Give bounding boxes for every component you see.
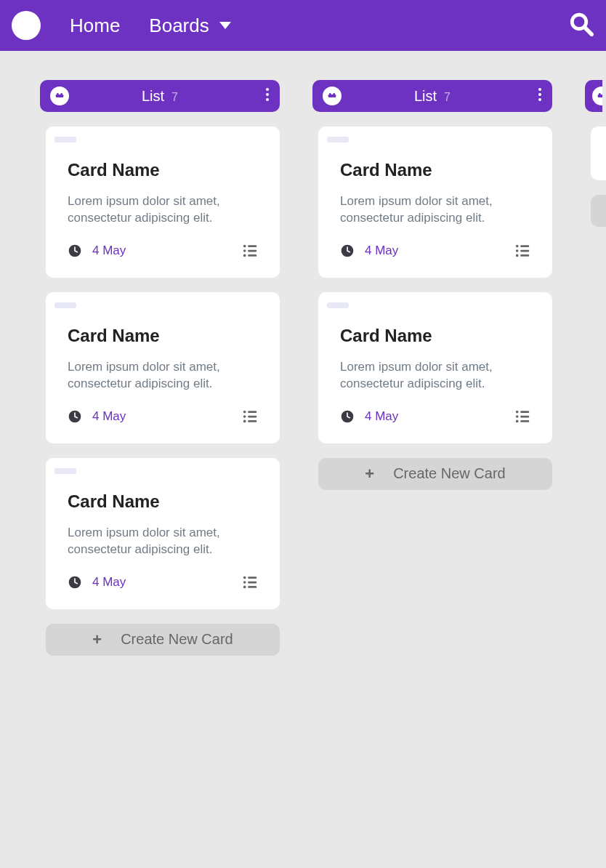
nav: Home Boards — [70, 15, 231, 37]
svg-point-31 — [333, 93, 335, 95]
board: List 7 Card Name Lorem ipsum dolor sit a… — [0, 51, 606, 685]
search-icon — [568, 11, 594, 37]
card-label-chip — [54, 302, 76, 308]
svg-rect-2 — [56, 95, 64, 97]
card-title: Card Name — [68, 491, 258, 512]
card-desc: Lorem ipsum dolor sit amet, consectetur … — [340, 359, 530, 393]
svg-point-5 — [266, 88, 269, 91]
card[interactable]: Card Name Lorem ipsum dolor sit amet, co… — [318, 126, 552, 278]
card-title: Card Name — [340, 160, 530, 180]
search-button[interactable] — [568, 11, 594, 40]
list-header[interactable]: List 7 — [40, 80, 280, 112]
svg-point-47 — [516, 419, 519, 422]
svg-rect-41 — [520, 254, 529, 257]
svg-point-23 — [243, 576, 246, 579]
svg-rect-39 — [520, 250, 529, 252]
svg-rect-14 — [248, 254, 256, 257]
svg-rect-37 — [520, 245, 529, 247]
svg-rect-26 — [248, 581, 256, 583]
create-card-label: Create New Card — [393, 465, 506, 482]
svg-point-36 — [516, 245, 519, 248]
create-card-button[interactable]: + Create New Card — [46, 624, 280, 656]
card[interactable] — [591, 126, 606, 180]
clock-icon — [340, 409, 355, 424]
svg-point-25 — [243, 581, 246, 584]
card-footer: 4 May — [340, 243, 530, 259]
svg-point-34 — [538, 98, 541, 101]
svg-rect-49 — [598, 95, 602, 97]
card-footer: 4 May — [68, 574, 258, 590]
card-date: 4 May — [92, 575, 126, 590]
checklist-icon[interactable] — [514, 243, 530, 259]
svg-point-16 — [243, 411, 246, 414]
list — [585, 80, 602, 227]
checklist-icon[interactable] — [514, 409, 530, 425]
svg-line-1 — [585, 28, 591, 34]
svg-point-20 — [243, 419, 246, 422]
svg-point-33 — [538, 93, 541, 96]
card[interactable]: Card Name Lorem ipsum dolor sit amet, co… — [46, 126, 280, 278]
clock-icon — [68, 244, 82, 258]
svg-point-6 — [266, 93, 269, 96]
svg-point-7 — [266, 98, 269, 101]
card-date: 4 May — [365, 409, 398, 424]
card-date: 4 May — [92, 244, 126, 258]
plus-icon: + — [365, 466, 374, 482]
card-label-chip — [327, 302, 349, 308]
card-desc: Lorem ipsum dolor sit amet, consectetur … — [68, 525, 258, 558]
svg-rect-29 — [328, 95, 336, 97]
card-label-chip — [54, 137, 76, 142]
checklist-icon[interactable] — [242, 243, 258, 259]
svg-point-38 — [516, 249, 519, 252]
more-vertical-icon — [538, 87, 542, 102]
card[interactable]: Card Name Lorem ipsum dolor sit amet, co… — [318, 292, 552, 443]
nav-home-label: Home — [70, 15, 120, 37]
list-header[interactable] — [585, 80, 602, 112]
list-menu-button[interactable] — [538, 87, 542, 105]
svg-point-50 — [599, 93, 601, 95]
card[interactable]: Card Name Lorem ipsum dolor sit amet, co… — [46, 292, 280, 443]
checklist-icon[interactable] — [242, 574, 258, 590]
card-footer: 4 May — [68, 409, 258, 425]
list-count: 7 — [444, 91, 451, 104]
svg-point-4 — [60, 93, 62, 95]
nav-boards[interactable]: Boards — [149, 15, 230, 37]
nav-home[interactable]: Home — [70, 15, 120, 37]
card-desc: Lorem ipsum dolor sit amet, consectetur … — [340, 193, 530, 227]
svg-rect-12 — [248, 250, 256, 252]
svg-rect-44 — [520, 411, 529, 413]
avatar[interactable] — [12, 11, 41, 40]
checklist-icon[interactable] — [242, 409, 258, 425]
card-desc: Lorem ipsum dolor sit amet, consectetur … — [68, 193, 258, 227]
card[interactable]: Card Name Lorem ipsum dolor sit amet, co… — [46, 458, 280, 609]
create-card-button[interactable] — [591, 195, 606, 227]
svg-point-30 — [329, 93, 331, 95]
list-avatar-icon — [592, 87, 602, 105]
chevron-down-icon — [219, 22, 231, 29]
list-title: List — [142, 88, 164, 105]
card-title: Card Name — [68, 326, 258, 346]
svg-point-43 — [516, 411, 519, 414]
svg-rect-48 — [520, 420, 529, 422]
create-card-button[interactable]: + Create New Card — [318, 458, 552, 490]
list-count: 7 — [171, 91, 178, 104]
card-title: Card Name — [340, 326, 530, 346]
card-label-chip — [54, 468, 76, 474]
svg-point-40 — [516, 254, 519, 257]
clock-icon — [68, 575, 82, 590]
svg-rect-28 — [248, 586, 256, 588]
list-menu-button[interactable] — [265, 87, 270, 105]
clock-icon — [68, 409, 82, 424]
svg-point-32 — [538, 88, 541, 91]
topbar: Home Boards — [0, 0, 606, 51]
svg-rect-21 — [248, 420, 256, 422]
list: List 7 Card Name Lorem ipsum dolor sit a… — [40, 80, 280, 656]
svg-rect-24 — [248, 576, 256, 579]
more-vertical-icon — [265, 87, 270, 102]
list-header[interactable]: List 7 — [312, 80, 552, 112]
list: List 7 Card Name Lorem ipsum dolor sit a… — [312, 80, 552, 490]
svg-rect-10 — [248, 245, 256, 247]
card-footer: 4 May — [340, 409, 530, 425]
card-label-chip — [327, 137, 349, 142]
list-avatar-icon — [50, 87, 69, 105]
